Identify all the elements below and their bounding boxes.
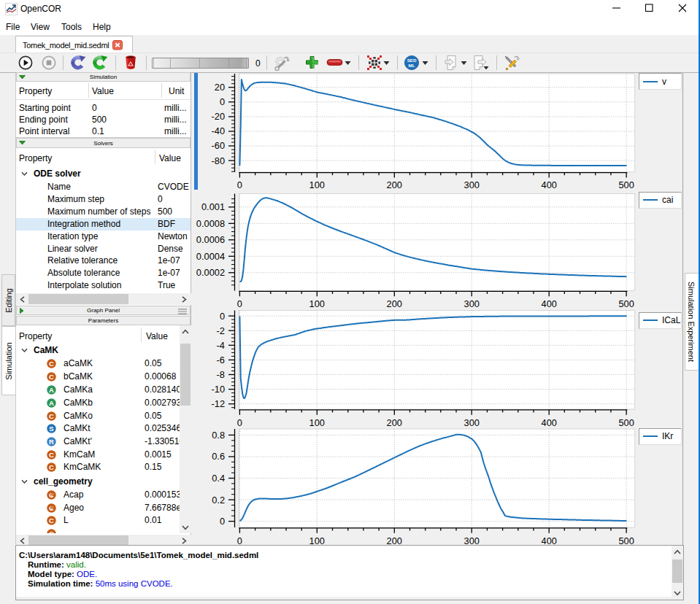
- svg-text:-12: -12: [212, 398, 226, 409]
- svg-text:0.0008: 0.0008: [196, 218, 225, 229]
- svg-text:-4: -4: [217, 340, 225, 351]
- svg-text:0: 0: [237, 179, 242, 190]
- svg-text:200: 200: [387, 417, 402, 428]
- svg-text:0: 0: [220, 516, 225, 527]
- svg-text:400: 400: [542, 417, 557, 428]
- svg-text:100: 100: [309, 417, 325, 428]
- svg-text:0.0002: 0.0002: [196, 267, 225, 278]
- svg-text:300: 300: [464, 179, 480, 190]
- svg-text:0.6: 0.6: [212, 451, 225, 462]
- svg-text:0.2: 0.2: [212, 495, 225, 506]
- svg-text:-2: -2: [217, 325, 225, 336]
- svg-text:0.0004: 0.0004: [196, 251, 225, 262]
- svg-text:300: 300: [464, 417, 480, 428]
- svg-text:-40: -40: [212, 125, 226, 136]
- svg-text:0: 0: [237, 298, 242, 309]
- svg-text:300: 300: [464, 298, 480, 309]
- svg-text:0.001: 0.001: [201, 201, 225, 212]
- svg-text:500: 500: [618, 298, 634, 309]
- svg-text:100: 100: [309, 298, 325, 309]
- svg-text:0.8: 0.8: [212, 430, 225, 441]
- svg-text:20: 20: [215, 82, 225, 93]
- svg-text:0.0006: 0.0006: [196, 234, 225, 245]
- svg-text:0: 0: [220, 311, 225, 322]
- svg-text:200: 200: [387, 179, 402, 190]
- svg-text:100: 100: [309, 179, 325, 190]
- svg-text:0: 0: [220, 96, 225, 107]
- svg-text:500: 500: [618, 179, 634, 190]
- svg-text:-6: -6: [217, 355, 225, 365]
- svg-text:0.4: 0.4: [212, 473, 225, 484]
- svg-text:-10: -10: [212, 384, 226, 395]
- svg-text:400: 400: [542, 298, 557, 309]
- svg-text:400: 400: [542, 179, 557, 190]
- svg-text:200: 200: [387, 298, 402, 309]
- svg-text:0: 0: [237, 417, 242, 428]
- svg-text:-20: -20: [212, 111, 226, 122]
- svg-text:-60: -60: [212, 140, 226, 151]
- svg-text:-80: -80: [212, 155, 226, 166]
- svg-text:-8: -8: [217, 369, 225, 380]
- svg-text:500: 500: [618, 417, 634, 428]
